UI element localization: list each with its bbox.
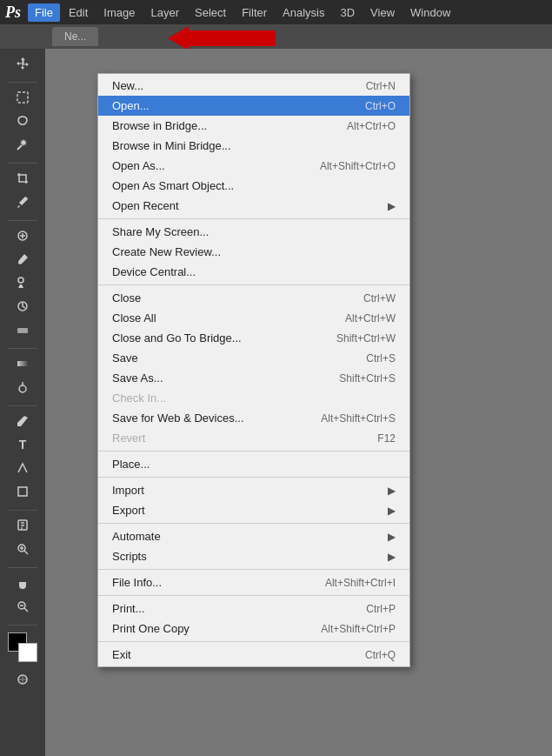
menu-item-automate[interactable]: Automate▶: [98, 526, 409, 546]
menu-item-label: Import: [112, 484, 144, 497]
tool-divider-4: [8, 348, 37, 349]
zoom-tool[interactable]: [11, 538, 34, 560]
app-icon: Ps: [5, 3, 21, 22]
menu-item-import[interactable]: Import▶: [98, 480, 409, 500]
menu-filter[interactable]: Filter: [235, 3, 274, 22]
quick-mask-tool[interactable]: [11, 668, 34, 691]
submenu-arrow-icon: ▶: [388, 485, 396, 497]
hand-tool[interactable]: [11, 572, 34, 594]
menu-shortcut: Alt+Ctrl+W: [345, 312, 396, 324]
eyedropper-tool[interactable]: [11, 191, 34, 213]
menu-shortcut: F12: [377, 432, 396, 445]
dodge-tool[interactable]: [11, 376, 34, 398]
menu-item-exit[interactable]: ExitCtrl+Q: [98, 645, 409, 665]
menu-layer[interactable]: Layer: [144, 3, 187, 22]
menu-shortcut: Ctrl+N: [366, 80, 396, 92]
menu-item-scripts[interactable]: Scripts▶: [98, 546, 409, 566]
menu-shortcut: Shift+Ctrl+S: [339, 372, 396, 385]
menu-item-label: Browse in Mini Bridge...: [112, 139, 231, 152]
menu-item-print-one[interactable]: Print One CopyAlt+Shift+Ctrl+P: [98, 619, 409, 639]
menu-item-open-smart[interactable]: Open As Smart Object...: [98, 176, 409, 196]
submenu-arrow-icon: ▶: [388, 551, 396, 563]
menu-item-label: Print One Copy: [112, 622, 190, 635]
menu-item-export[interactable]: Export▶: [98, 500, 409, 520]
menu-item-label: Print...: [112, 602, 145, 615]
menu-file[interactable]: File: [28, 3, 60, 22]
menu-item-place[interactable]: Place...: [98, 454, 409, 474]
submenu-arrow-icon: ▶: [388, 505, 396, 517]
move-tool[interactable]: [11, 52, 34, 75]
eraser-tool[interactable]: [11, 318, 34, 341]
pen-tool[interactable]: [11, 410, 34, 432]
crop-tool[interactable]: [11, 167, 34, 190]
svg-rect-0: [17, 92, 28, 103]
document-tab[interactable]: Ne...: [52, 27, 98, 46]
menu-item-label: Save: [112, 351, 138, 365]
menu-item-new-review[interactable]: Create New Review...: [98, 242, 409, 262]
menu-shortcut: Alt+Ctrl+O: [347, 120, 396, 132]
color-picker[interactable]: [8, 632, 37, 662]
submenu-arrow-icon: ▶: [388, 200, 396, 212]
menu-item-share[interactable]: Share My Screen...: [98, 222, 409, 242]
menu-analysis[interactable]: Analysis: [276, 3, 331, 22]
menu-item-save-as[interactable]: Save As...Shift+Ctrl+S: [98, 368, 409, 388]
menubar: Ps File Edit Image Layer Select Filter A…: [0, 0, 552, 24]
submenu-arrow-icon: ▶: [388, 531, 396, 543]
menu-item-close[interactable]: CloseCtrl+W: [98, 288, 409, 308]
menu-item-save[interactable]: SaveCtrl+S: [98, 348, 409, 368]
menu-item-revert: RevertF12: [98, 428, 409, 448]
tool-divider-3: [8, 220, 37, 221]
wand-tool[interactable]: [11, 133, 34, 156]
menu-item-close-bridge[interactable]: Close and Go To Bridge...Shift+Ctrl+W: [98, 328, 409, 348]
menu-item-file-info[interactable]: File Info...Alt+Shift+Ctrl+I: [98, 572, 409, 592]
menu-item-browse-bridge[interactable]: Browse in Bridge...Alt+Ctrl+O: [98, 116, 409, 136]
brush-tool[interactable]: [11, 248, 34, 271]
svg-line-16: [24, 608, 28, 612]
menu-window[interactable]: Window: [403, 3, 457, 22]
menu-item-label: Close and Go To Bridge...: [112, 331, 242, 345]
lasso-tool[interactable]: [11, 110, 34, 132]
notes-tool[interactable]: [11, 514, 34, 537]
menu-shortcut: Ctrl+W: [363, 292, 396, 304]
menu-image[interactable]: Image: [96, 3, 142, 22]
toolbar: T: [0, 49, 45, 756]
menu-edit[interactable]: Edit: [62, 3, 95, 22]
zoom-out-tool[interactable]: [11, 595, 34, 618]
marquee-tool[interactable]: [11, 86, 34, 109]
menu-shortcut: Alt+Shift+Ctrl+I: [325, 577, 396, 589]
menu-item-close-all[interactable]: Close AllAlt+Ctrl+W: [98, 308, 409, 328]
menu-view[interactable]: View: [363, 3, 402, 22]
history-tool[interactable]: [11, 295, 34, 318]
menu-item-open-as[interactable]: Open As...Alt+Shift+Ctrl+O: [98, 156, 409, 176]
tool-divider-6: [8, 510, 37, 511]
svg-rect-5: [17, 328, 28, 333]
tabbar: Ne...: [0, 24, 552, 49]
menu-item-new[interactable]: New...Ctrl+N: [98, 76, 409, 96]
menu-3d[interactable]: 3D: [333, 3, 362, 22]
text-tool[interactable]: T: [11, 433, 34, 456]
path-tool[interactable]: [11, 457, 34, 479]
tool-divider-7: [8, 567, 37, 568]
background-color[interactable]: [18, 643, 37, 662]
tool-divider-5: [8, 405, 37, 406]
svg-point-7: [19, 385, 26, 392]
healing-tool[interactable]: [11, 224, 34, 247]
menu-select[interactable]: Select: [188, 3, 233, 22]
menu-item-browse-mini-bridge[interactable]: Browse in Mini Bridge...: [98, 136, 409, 156]
menu-item-label: Share My Screen...: [112, 225, 209, 238]
menu-item-label: File Info...: [112, 576, 162, 589]
menu-item-label: Automate: [112, 530, 161, 543]
gradient-tool[interactable]: [11, 352, 34, 375]
menu-item-print[interactable]: Print...Ctrl+P: [98, 599, 409, 619]
shape-tool[interactable]: [11, 480, 34, 503]
menu-item-device-central[interactable]: Device Central...: [98, 262, 409, 282]
canvas-area: New...Ctrl+NOpen...Ctrl+OBrowse in Bridg…: [45, 49, 552, 756]
menu-item-label: Browse in Bridge...: [112, 119, 207, 132]
menu-item-open-recent[interactable]: Open Recent▶: [98, 196, 409, 216]
menu-item-open[interactable]: Open...Ctrl+O: [98, 96, 409, 116]
menu-item-label: Check In...: [112, 391, 166, 405]
clone-tool[interactable]: [11, 271, 34, 294]
menu-item-save-web[interactable]: Save for Web & Devices...Alt+Shift+Ctrl+…: [98, 408, 409, 428]
file-menu-dropdown: New...Ctrl+NOpen...Ctrl+OBrowse in Bridg…: [97, 73, 410, 667]
menu-item-label: Save for Web & Devices...: [112, 411, 244, 425]
